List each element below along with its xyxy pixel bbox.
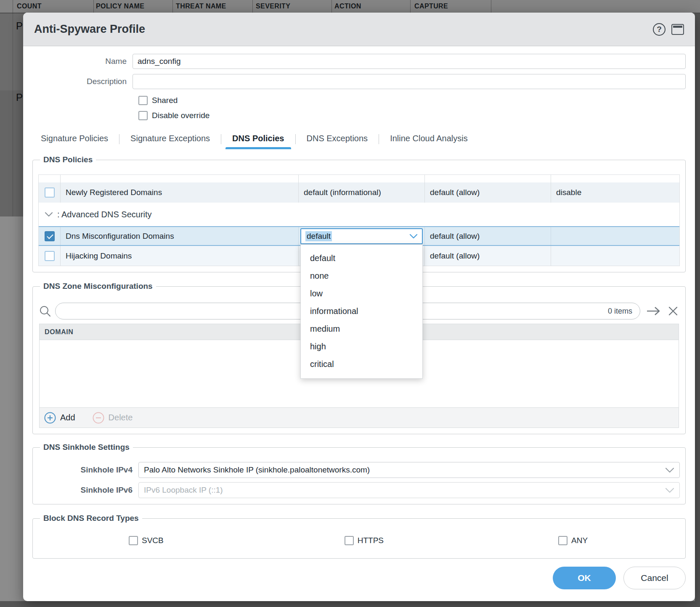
help-icon[interactable]: ? (653, 23, 666, 36)
sinkhole-ipv6-label: Sinkhole IPv6 (38, 486, 138, 495)
delete-label: Delete (109, 413, 133, 422)
shared-label: Shared (152, 96, 178, 105)
anti-spyware-profile-dialog: Anti-Spyware Profile ? Name Description … (23, 13, 695, 601)
chevron-down-icon (665, 488, 674, 493)
hijacking-checkbox[interactable] (45, 251, 55, 261)
tab-signature-policies[interactable]: Signature Policies (41, 130, 108, 149)
severity-selected-value: default (305, 231, 332, 241)
add-button[interactable]: Add (44, 412, 75, 424)
any-label: ANY (571, 536, 588, 545)
severity-combobox[interactable]: default default none low informational m… (300, 228, 423, 244)
chevron-down-icon[interactable] (409, 234, 418, 239)
policy-packet-capture[interactable] (551, 227, 679, 245)
tab-dns-exceptions[interactable]: DNS Exceptions (307, 130, 368, 149)
description-field[interactable] (133, 74, 686, 89)
dropdown-option-default[interactable]: default (301, 250, 422, 267)
advanced-dns-security-group[interactable]: : Advanced DNS Security (39, 203, 679, 226)
dialog-titlebar: Anti-Spyware Profile ? (23, 13, 695, 46)
block-dns-legend: Block DNS Record Types (40, 514, 142, 523)
circle-plus-icon (44, 412, 56, 424)
delete-button[interactable]: Delete (92, 412, 133, 424)
policy-row-newly-registered-domains[interactable]: Newly Registered Domains default (inform… (39, 182, 679, 203)
dns-policies-table: Newly Registered Domains default (inform… (38, 174, 680, 266)
dropdown-option-informational[interactable]: informational (301, 303, 422, 320)
background-page (695, 13, 700, 607)
tab-separator (221, 134, 221, 144)
tab-separator (379, 134, 379, 144)
disable-override-checkbox[interactable] (138, 111, 148, 120)
policy-packet-capture[interactable]: disable (551, 182, 679, 203)
description-label: Description (32, 77, 133, 86)
tab-separator (119, 134, 119, 144)
https-label: HTTPS (358, 536, 384, 545)
sinkhole-ipv4-select[interactable]: Palo Alto Networks Sinkhole IP (sinkhole… (138, 462, 680, 478)
cancel-button[interactable]: Cancel (623, 567, 686, 589)
chevron-down-icon (665, 467, 674, 473)
misconfiguration-checkbox[interactable] (45, 231, 55, 241)
background-table-header: COUNT POLICY NAME THREAT NAME SEVERITY A… (0, 0, 700, 13)
newly-registered-checkbox[interactable] (45, 187, 55, 198)
svcb-checkbox[interactable] (129, 536, 138, 545)
policy-action[interactable]: default (allow) (424, 227, 551, 245)
bg-col-policy: POLICY NAME (96, 3, 144, 10)
bg-col-severity: SEVERITY (256, 3, 290, 10)
bg-col-count: COUNT (17, 3, 42, 10)
dns-zone-legend: DNS Zone Misconfigurations (40, 282, 156, 291)
search-icon (39, 305, 51, 317)
items-count: 0 items (608, 307, 632, 316)
tab-separator (295, 134, 296, 144)
dropdown-option-none[interactable]: none (301, 267, 422, 285)
circle-minus-icon (92, 412, 105, 424)
background-row-text: P (16, 92, 23, 103)
dropdown-option-low[interactable]: low (301, 285, 422, 303)
sinkhole-ipv6-select[interactable]: IPv6 Loopback IP (::1) (138, 482, 680, 498)
dns-sinkhole-legend: DNS Sinkhole Settings (40, 443, 133, 452)
window-icon[interactable] (671, 24, 684, 35)
severity-dropdown-menu: default none low informational medium hi… (300, 244, 423, 379)
background-row-text: P (16, 20, 23, 32)
background-column-divider (13, 13, 13, 216)
policy-name: Newly Registered Domains (60, 182, 298, 203)
bg-col-capture: CAPTURE (414, 3, 448, 10)
policy-name: Dns Misconfiguration Domains (60, 227, 298, 245)
policy-row-dns-misconfiguration-domains[interactable]: Dns Misconfiguration Domains default def… (39, 226, 679, 246)
ok-button[interactable]: OK (553, 567, 616, 589)
clear-filter-icon[interactable] (667, 305, 679, 317)
dropdown-option-high[interactable]: high (301, 338, 422, 356)
background-page (0, 601, 700, 607)
tab-signature-exceptions[interactable]: Signature Exceptions (130, 130, 210, 149)
dns-policies-legend: DNS Policies (40, 155, 96, 164)
policy-action[interactable]: default (allow) (424, 246, 551, 266)
block-dns-record-types-section: Block DNS Record Types SVCB HTTPS ANY (32, 514, 686, 559)
svcb-label: SVCB (142, 536, 164, 545)
sinkhole-ipv4-label: Sinkhole IPv4 (38, 465, 138, 475)
bg-col-threat: THREAT NAME (176, 3, 226, 10)
tab-bar: Signature Policies Signature Exceptions … (41, 130, 686, 149)
policy-name: Hijacking Domains (60, 246, 298, 266)
https-checkbox[interactable] (345, 536, 354, 545)
disable-override-label: Disable override (152, 111, 209, 120)
shared-checkbox[interactable] (138, 96, 148, 105)
policy-severity[interactable]: default (informational) (298, 182, 424, 203)
sinkhole-ipv4-value: Palo Alto Networks Sinkhole IP (sinkhole… (144, 465, 370, 475)
add-label: Add (60, 413, 75, 422)
policy-action[interactable]: default (allow) (424, 182, 551, 203)
any-checkbox[interactable] (558, 536, 567, 545)
domain-table-footer: Add Delete (40, 407, 679, 428)
dns-policies-table-header (39, 175, 679, 182)
dns-sinkhole-settings-section: DNS Sinkhole Settings Sinkhole IPv4 Palo… (32, 443, 686, 504)
group-label: : Advanced DNS Security (57, 210, 152, 219)
dns-policies-section: DNS Policies Newly Registered Domains de… (32, 155, 686, 272)
dropdown-option-critical[interactable]: critical (301, 356, 422, 373)
tab-dns-policies[interactable]: DNS Policies (232, 130, 284, 149)
tab-inline-cloud-analysis[interactable]: Inline Cloud Analysis (390, 130, 468, 149)
policy-packet-capture[interactable] (551, 246, 679, 266)
name-label: Name (32, 57, 133, 66)
sinkhole-ipv6-value: IPv6 Loopback IP (::1) (144, 486, 223, 495)
bg-col-action: ACTION (334, 3, 361, 10)
expand-arrow-icon[interactable] (646, 306, 661, 317)
name-field[interactable] (133, 54, 686, 69)
dialog-title: Anti-Spyware Profile (34, 23, 145, 36)
chevron-down-icon[interactable] (45, 212, 53, 217)
dropdown-option-medium[interactable]: medium (301, 320, 422, 338)
